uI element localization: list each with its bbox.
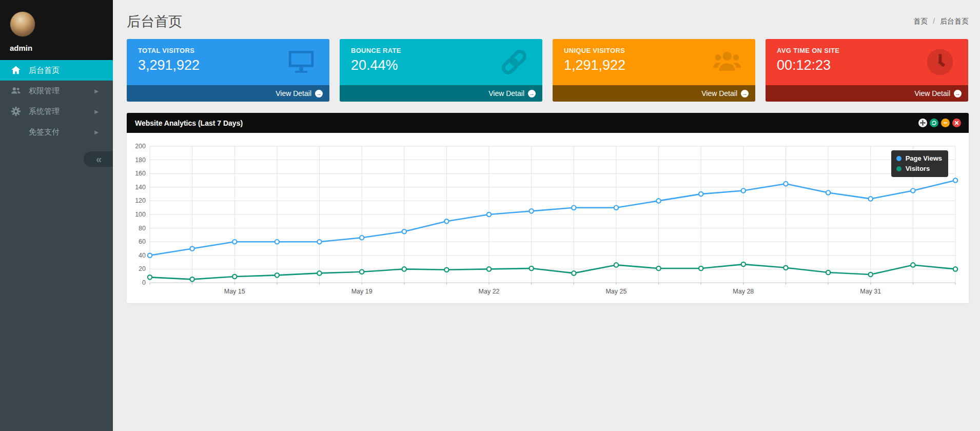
arrow-circle-icon: → — [528, 90, 536, 97]
sidebar-menu: 后台首页 权限管理 ▶ — [0, 60, 113, 142]
svg-text:100: 100 — [135, 211, 146, 218]
main-content: 后台首页 首页 / 后台首页 TOTAL VISITORS 3,291,922 … — [113, 0, 980, 303]
svg-text:120: 120 — [135, 197, 146, 204]
sidebar-item-payment[interactable]: 免签支付 ▶ — [0, 122, 113, 142]
svg-text:140: 140 — [135, 184, 146, 191]
chart-legend: Page Views Visitors — [891, 150, 948, 177]
svg-text:80: 80 — [139, 225, 146, 232]
gear-icon — [10, 106, 22, 117]
page-title: 后台首页 — [127, 12, 182, 31]
sidebar-item-dashboard[interactable]: 后台首页 — [0, 60, 113, 81]
arrow-circle-icon: → — [315, 90, 323, 97]
chevron-right-icon: ▶ — [94, 109, 99, 114]
legend-item-visitors[interactable]: Visitors — [896, 165, 942, 172]
view-detail-link[interactable]: View Detail → — [127, 85, 329, 102]
stat-card-bounce-rate: BOUNCE RATE 20.44% View Detail → — [340, 39, 542, 102]
stat-cards-row: TOTAL VISITORS 3,291,922 View Detail → B… — [127, 39, 969, 102]
sidebar-item-label: 免签支付 — [29, 127, 60, 137]
arrow-circle-icon: → — [954, 90, 962, 97]
chevron-right-icon: ▶ — [94, 129, 99, 135]
svg-text:180: 180 — [135, 156, 146, 164]
clock-icon — [925, 47, 955, 77]
legend-label: Page Views — [906, 154, 942, 162]
panel-toolbar — [918, 119, 961, 127]
group-icon — [712, 47, 742, 77]
monitor-icon — [286, 47, 316, 77]
view-detail-link[interactable]: View Detail → — [340, 85, 542, 102]
breadcrumb-current: 后台首页 — [940, 17, 969, 25]
chevron-right-icon: ▶ — [94, 88, 99, 94]
svg-text:May 31: May 31 — [860, 288, 881, 295]
sidebar-item-permissions[interactable]: 权限管理 ▶ — [0, 81, 113, 101]
breadcrumb-home-link[interactable]: 首页 — [913, 17, 928, 25]
legend-label: Visitors — [906, 165, 930, 172]
sidebar-collapse-button[interactable]: « — [84, 151, 113, 167]
arrow-circle-icon: → — [741, 90, 749, 97]
svg-text:20: 20 — [139, 265, 146, 272]
view-detail-link[interactable]: View Detail → — [553, 85, 755, 102]
svg-text:May 25: May 25 — [605, 288, 626, 295]
link-icon — [499, 47, 529, 77]
view-detail-link[interactable]: View Detail → — [766, 85, 968, 102]
sidebar: admin 后台首页 权限管理 ▶ — [0, 0, 113, 431]
username: admin — [10, 44, 113, 52]
svg-text:200: 200 — [135, 143, 146, 150]
user-profile: admin — [0, 0, 113, 60]
home-icon — [10, 65, 22, 76]
svg-text:60: 60 — [139, 238, 146, 245]
line-chart: 020406080100120140160180200May 15May 19M… — [127, 133, 969, 303]
breadcrumb: 首页 / 后台首页 — [913, 17, 969, 26]
svg-text:May 19: May 19 — [351, 288, 373, 295]
legend-dot — [896, 156, 901, 161]
legend-item-page-views[interactable]: Page Views — [896, 154, 942, 162]
analytics-panel: Website Analytics (Last 7 Days) — [127, 113, 969, 303]
users-icon — [10, 85, 22, 96]
panel-title: Website Analytics (Last 7 Days) — [135, 119, 243, 127]
breadcrumb-separator: / — [933, 17, 935, 25]
refresh-icon[interactable] — [930, 119, 938, 127]
close-icon[interactable] — [952, 119, 961, 127]
svg-text:May 15: May 15 — [224, 288, 245, 295]
sidebar-item-label: 权限管理 — [29, 86, 60, 96]
sidebar-item-label: 系统管理 — [29, 107, 60, 116]
svg-text:0: 0 — [142, 279, 146, 286]
expand-icon[interactable] — [918, 119, 927, 127]
view-detail-label: View Detail — [276, 89, 311, 97]
sidebar-item-label: 后台首页 — [29, 66, 60, 75]
svg-text:May 22: May 22 — [479, 288, 500, 295]
stat-card-unique-visitors: UNIQUE VISITORS 1,291,922 View Detail → — [553, 39, 755, 102]
chart-area: 020406080100120140160180200May 15May 19M… — [127, 133, 969, 303]
user-avatar[interactable] — [10, 11, 35, 37]
double-chevron-left-icon: « — [96, 153, 101, 165]
svg-text:May 28: May 28 — [733, 288, 754, 295]
view-detail-label: View Detail — [914, 89, 950, 97]
collapse-icon[interactable] — [941, 119, 950, 127]
sidebar-item-system[interactable]: 系统管理 ▶ — [0, 101, 113, 122]
svg-text:40: 40 — [139, 252, 146, 259]
legend-dot — [896, 166, 901, 171]
svg-text:160: 160 — [135, 170, 146, 177]
stat-card-avg-time: AVG TIME ON SITE 00:12:23 View Detail → — [766, 39, 968, 102]
analytics-panel-header: Website Analytics (Last 7 Days) — [127, 113, 969, 133]
view-detail-label: View Detail — [488, 89, 524, 97]
stat-card-total-visitors: TOTAL VISITORS 3,291,922 View Detail → — [127, 39, 329, 102]
view-detail-label: View Detail — [701, 89, 737, 97]
page-header: 后台首页 首页 / 后台首页 — [127, 11, 969, 32]
